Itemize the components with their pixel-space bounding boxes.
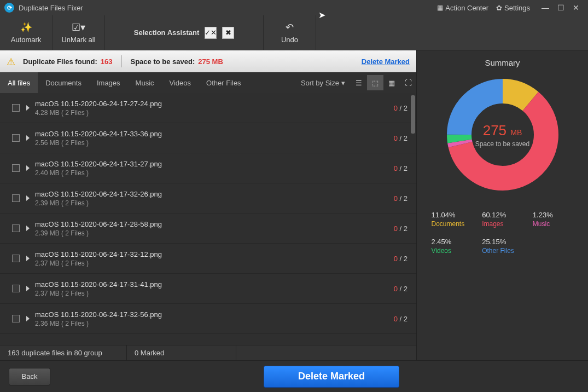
file-checkbox[interactable] [12, 194, 20, 202]
file-name: macOS 10.15-2020-06-24-17-32-26.png [35, 190, 394, 198]
sort-dropdown[interactable]: Sort by Size ▾ [301, 79, 345, 87]
tab-documents[interactable]: Documents [38, 72, 89, 93]
expand-caret-icon[interactable] [26, 286, 30, 291]
file-name: macOS 10.15-2020-06-24-17-32-56.png [35, 310, 394, 319]
expand-caret-icon[interactable] [26, 256, 30, 261]
file-meta: 2.39 MB ( 2 Files ) [35, 229, 394, 237]
tab-music[interactable]: Music [128, 72, 162, 93]
file-meta: 2.36 MB ( 2 Files ) [35, 320, 394, 327]
legend-item: 60.12%Images [482, 211, 523, 228]
file-checkbox[interactable] [12, 315, 20, 322]
view-list-button[interactable]: ☰ [351, 75, 367, 90]
status-bar: 163 duplicate files in 80 group 0 Marked [0, 345, 416, 360]
donut-center-value: 275 MB [483, 122, 522, 139]
check-tool-icon: ✓✕ [205, 27, 217, 39]
summary-pane: Summary 275 MB Space to be saved 11.04%D… [417, 50, 588, 360]
checkbox-icon: ☑▾ [72, 21, 85, 33]
legend-name: Documents [432, 220, 473, 228]
status-count: 163 duplicate files in 80 group [0, 345, 127, 360]
file-row[interactable]: macOS 10.15-2020-06-24-17-32-26.png2.39 … [0, 183, 416, 214]
view-tree-button[interactable]: ⬚ [367, 75, 383, 90]
file-row[interactable]: macOS 10.15-2020-06-24-17-31-41.png2.37 … [0, 274, 416, 304]
file-meta: 2.37 MB ( 2 Files ) [35, 290, 394, 297]
warning-icon: ⚠ [7, 56, 19, 67]
file-checkbox[interactable] [12, 134, 20, 142]
tools-icon: ✖ [222, 27, 234, 39]
donut-center-label: Space to be saved [475, 140, 529, 148]
expand-icon: ⛶ [405, 79, 412, 87]
legend-name: Other Files [482, 247, 523, 255]
file-name: macOS 10.15-2020-06-24-17-33-36.png [35, 130, 394, 138]
file-checkbox[interactable] [12, 104, 20, 112]
legend-item: 1.23%Music [533, 211, 574, 228]
left-pane: ⚠ Duplicate Files found: 163 Space to be… [0, 50, 417, 360]
legend-item: 2.45%Videos [432, 238, 473, 255]
scrollbar[interactable] [411, 95, 415, 134]
file-counts: 0 / 2 [394, 315, 407, 323]
file-name: macOS 10.15-2020-06-24-17-27-24.png [35, 100, 394, 108]
file-name: macOS 10.15-2020-06-24-17-32-12.png [35, 250, 394, 258]
status-marked: 0 Marked [127, 345, 236, 360]
file-row[interactable]: macOS 10.15-2020-06-24-17-32-56.png2.36 … [0, 304, 416, 334]
unmark-all-button[interactable]: ☑▾ UnMark all [53, 15, 105, 50]
back-button[interactable]: Back [9, 368, 50, 385]
expand-caret-icon[interactable] [26, 226, 30, 231]
file-checkbox[interactable] [12, 255, 20, 262]
found-label: Duplicate Files found: [23, 57, 97, 66]
app-logo-icon: ⟳ [4, 3, 14, 13]
donut-chart: 275 MB Space to be saved [445, 77, 560, 192]
file-row[interactable]: macOS 10.15-2020-06-24-17-31-27.png2.40 … [0, 153, 416, 183]
info-bar: ⚠ Duplicate Files found: 163 Space to be… [0, 50, 416, 72]
sort-label: Sort by Size [301, 79, 339, 87]
found-count: 163 [101, 57, 113, 66]
legend: 11.04%Documents60.12%Images1.23%Music2.4… [432, 211, 574, 255]
tab-images[interactable]: Images [89, 72, 128, 93]
maximize-button[interactable]: ☐ [553, 3, 568, 12]
minimize-button[interactable]: — [538, 3, 553, 12]
file-checkbox[interactable] [12, 224, 20, 232]
tab-videos[interactable]: Videos [162, 72, 199, 93]
legend-name: Music [533, 220, 574, 228]
view-grid-button[interactable]: ▦ [383, 75, 400, 90]
file-counts: 0 / 2 [394, 194, 407, 203]
fullscreen-button[interactable]: ⛶ [400, 75, 416, 90]
delete-marked-button[interactable]: Delete Marked [264, 366, 399, 388]
toolbar: ✨ Automark ☑▾ UnMark all Selection Assis… [0, 15, 588, 50]
file-row[interactable]: macOS 10.15-2020-06-24-17-27-24.png4.28 … [0, 93, 416, 123]
chevron-down-icon: ▾ [341, 79, 345, 87]
settings-button[interactable]: ✿ Settings [496, 4, 530, 12]
file-row[interactable]: macOS 10.15-2020-06-24-17-28-58.png2.39 … [0, 214, 416, 244]
bottom-bar: Back Delete Marked [0, 360, 588, 392]
expand-caret-icon[interactable] [26, 195, 30, 201]
tree-icon: ⬚ [372, 79, 379, 87]
file-name: macOS 10.15-2020-06-24-17-28-58.png [35, 220, 394, 228]
file-checkbox[interactable] [12, 164, 20, 172]
automark-label: Automark [11, 36, 42, 44]
file-checkbox[interactable] [12, 285, 20, 292]
file-row[interactable]: macOS 10.15-2020-06-24-17-33-36.png2.56 … [0, 123, 416, 153]
action-center-button[interactable]: ▦ Action Center [437, 4, 488, 12]
file-counts: 0 / 2 [394, 164, 407, 172]
selection-assistant-button[interactable]: Selection Assistant ✓✕ ✖ [105, 15, 264, 50]
delete-marked-link[interactable]: Delete Marked [362, 57, 410, 66]
expand-caret-icon[interactable] [26, 135, 30, 141]
automark-button[interactable]: ✨ Automark [0, 15, 53, 50]
grid-icon: ▦ [437, 4, 443, 11]
expand-caret-icon[interactable] [26, 316, 30, 321]
undo-label: Undo [281, 36, 298, 44]
legend-pct: 11.04% [432, 211, 473, 219]
file-meta: 2.37 MB ( 2 Files ) [35, 260, 394, 267]
undo-icon: ↶ [286, 21, 294, 33]
tab-all-files[interactable]: All files [0, 72, 38, 93]
space-label: Space to be saved: [131, 57, 195, 66]
file-row[interactable]: macOS 10.15-2020-06-24-17-32-12.png2.37 … [0, 244, 416, 274]
close-button[interactable]: ✕ [568, 3, 584, 12]
tab-other[interactable]: Other Files [199, 72, 249, 93]
expand-caret-icon[interactable] [26, 105, 30, 111]
action-center-label: Action Center [445, 4, 488, 12]
file-meta: 2.40 MB ( 2 Files ) [35, 169, 394, 177]
grid-view-icon: ▦ [388, 79, 395, 87]
file-meta: 4.28 MB ( 2 Files ) [35, 109, 394, 117]
undo-button[interactable]: ↶ Undo [264, 15, 316, 50]
expand-caret-icon[interactable] [26, 165, 30, 171]
